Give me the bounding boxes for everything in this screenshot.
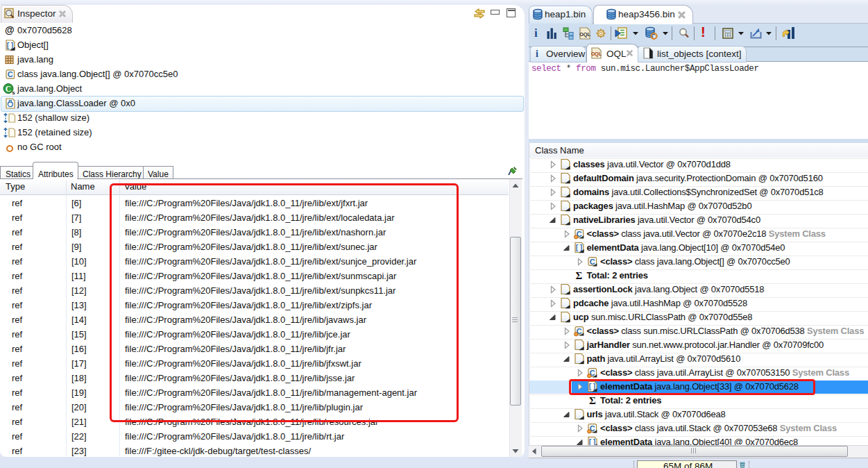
svg-text:C: C xyxy=(8,70,13,78)
svg-text:OQL: OQL xyxy=(579,31,591,37)
svg-text:OQL: OQL xyxy=(591,51,602,57)
svg-text:C: C xyxy=(6,85,11,93)
svg-text:s: s xyxy=(12,90,15,96)
